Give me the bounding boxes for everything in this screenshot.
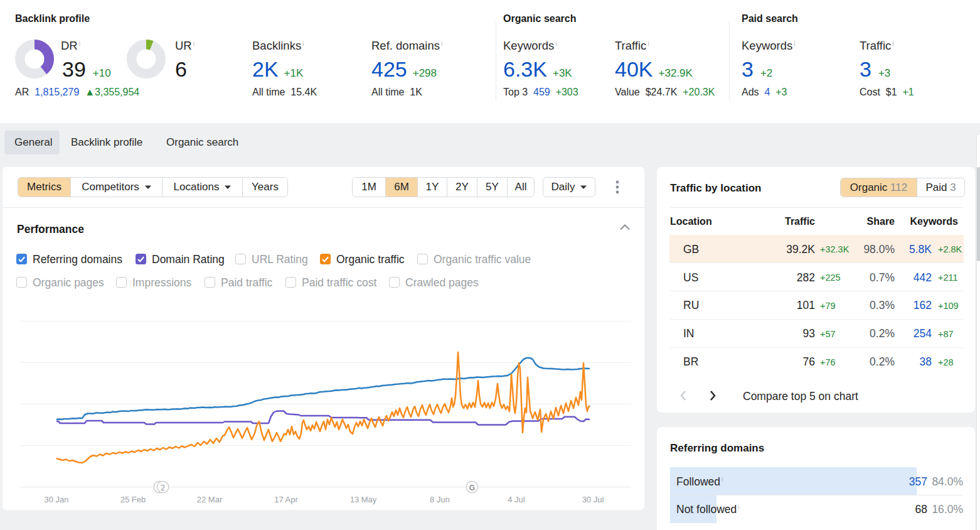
svg-text:4 Jul: 4 Jul (508, 495, 525, 504)
svg-text:2: 2 (161, 484, 165, 492)
svg-text:30 Jan: 30 Jan (44, 495, 68, 504)
svg-text:17 Apr: 17 Apr (274, 495, 298, 504)
svg-text:25 Feb: 25 Feb (120, 495, 146, 504)
svg-text:G: G (469, 484, 475, 492)
svg-text:30 Jul: 30 Jul (582, 495, 604, 504)
svg-text:13 May: 13 May (350, 495, 377, 504)
svg-text:22 Mar: 22 Mar (197, 495, 223, 504)
svg-text:8 Jun: 8 Jun (430, 495, 450, 504)
